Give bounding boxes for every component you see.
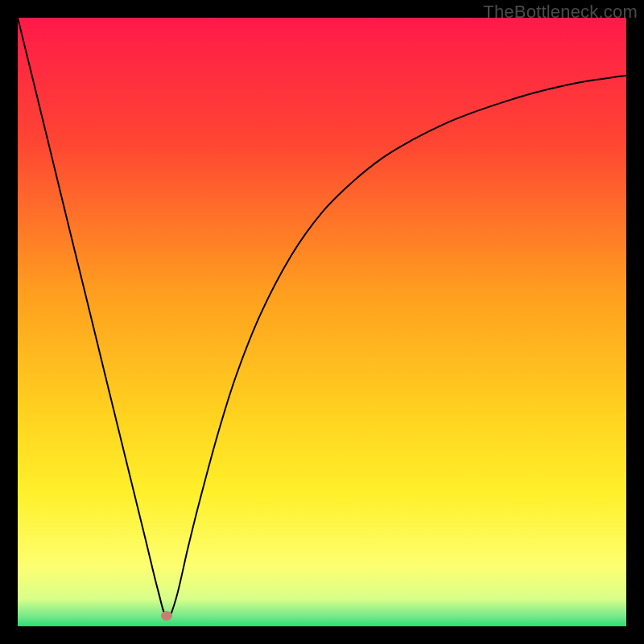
plot-area bbox=[18, 18, 626, 626]
chart-frame bbox=[18, 18, 626, 626]
watermark-text: TheBottleneck.com bbox=[483, 2, 638, 23]
curve-layer bbox=[18, 18, 626, 626]
minimum-marker bbox=[161, 611, 172, 621]
bottleneck-curve bbox=[18, 18, 626, 617]
